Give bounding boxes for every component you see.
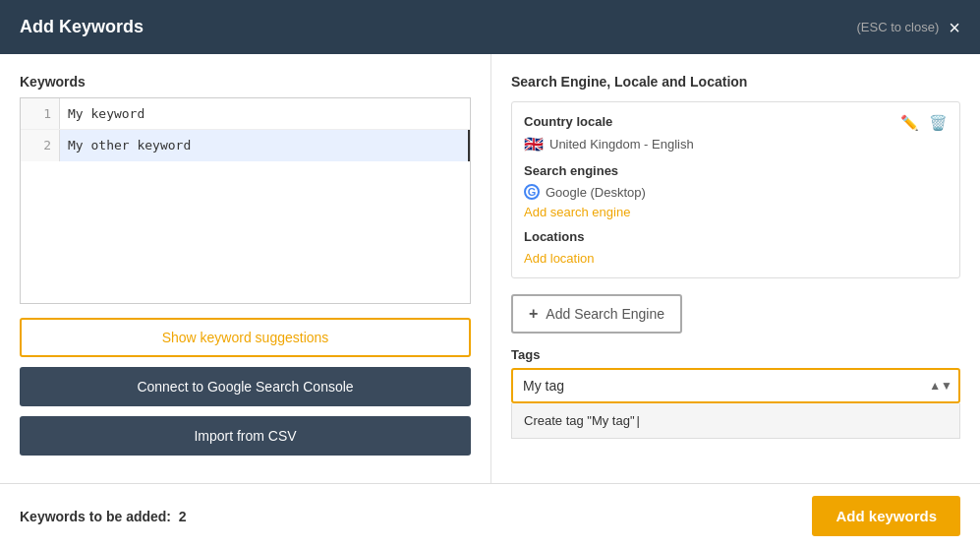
modal-header: Add Keywords (ESC to close) × bbox=[0, 0, 980, 54]
country-locale-title: Country locale bbox=[524, 114, 948, 129]
engine-row: G Google (Desktop) bbox=[524, 184, 948, 200]
keyword-value: My other keyword bbox=[60, 130, 470, 160]
keywords-count: 2 bbox=[179, 509, 187, 524]
plus-icon: + bbox=[529, 305, 538, 323]
search-engine-box: ✏️ 🗑️ Country locale 🇬🇧 United Kingdom -… bbox=[511, 101, 960, 278]
keywords-textarea[interactable]: 1 My keyword 2 My other keyword bbox=[20, 97, 471, 304]
delete-button[interactable]: 🗑️ bbox=[927, 112, 950, 134]
left-panel: Keywords 1 My keyword 2 My other keyword… bbox=[0, 54, 491, 483]
create-tag-text: Create tag "My tag" bbox=[524, 413, 635, 428]
add-search-engine-button[interactable]: + Add Search Engine bbox=[511, 294, 682, 334]
search-engines-title: Search engines bbox=[524, 163, 948, 178]
keyword-row: 1 My keyword bbox=[21, 98, 470, 130]
google-icon: G bbox=[524, 184, 540, 200]
tags-section: Tags ▲▼ Create tag "My tag" | bbox=[511, 347, 960, 439]
connect-google-button[interactable]: Connect to Google Search Console bbox=[20, 367, 471, 406]
keyword-value: My keyword bbox=[60, 98, 470, 129]
esc-hint: (ESC to close) bbox=[857, 20, 940, 34]
modal-header-right: (ESC to close) × bbox=[857, 18, 961, 37]
modal-footer: Keywords to be added: 2 Add keywords bbox=[0, 483, 980, 548]
modal-body: Keywords 1 My keyword 2 My other keyword… bbox=[0, 54, 980, 483]
edit-button[interactable]: ✏️ bbox=[898, 112, 921, 134]
engine-name: Google (Desktop) bbox=[546, 185, 646, 200]
modal-title: Add Keywords bbox=[20, 17, 144, 37]
cursor-indicator: | bbox=[637, 413, 640, 428]
tags-input-wrapper: ▲▼ bbox=[511, 368, 960, 403]
locations-section: Locations Add location bbox=[524, 229, 948, 266]
line-number: 2 bbox=[21, 130, 60, 160]
keywords-to-add: Keywords to be added: 2 bbox=[20, 509, 187, 524]
search-engines-section: Search engines G Google (Desktop) Add se… bbox=[524, 163, 948, 219]
import-csv-button[interactable]: Import from CSV bbox=[20, 416, 471, 456]
tags-input[interactable] bbox=[511, 368, 960, 403]
right-panel: Search Engine, Locale and Location ✏️ 🗑️… bbox=[491, 54, 980, 483]
keyword-row: 2 My other keyword bbox=[21, 130, 470, 160]
locations-title: Locations bbox=[524, 229, 948, 244]
create-tag-option[interactable]: Create tag "My tag" | bbox=[511, 403, 960, 439]
show-suggestions-button[interactable]: Show keyword suggestions bbox=[20, 318, 471, 357]
add-keywords-modal: Add Keywords (ESC to close) × Keywords 1… bbox=[0, 0, 980, 548]
close-button[interactable]: × bbox=[949, 18, 960, 37]
locale-flag: 🇬🇧 bbox=[524, 135, 544, 153]
add-keywords-button[interactable]: Add keywords bbox=[812, 496, 960, 536]
box-actions: ✏️ 🗑️ bbox=[898, 112, 950, 134]
add-search-engine-btn-label: Add Search Engine bbox=[546, 306, 664, 322]
line-number: 1 bbox=[21, 98, 60, 129]
keywords-to-add-label: Keywords to be added: bbox=[20, 509, 171, 524]
keywords-label: Keywords bbox=[20, 74, 471, 90]
search-engine-section-label: Search Engine, Locale and Location bbox=[511, 74, 960, 90]
add-location-link[interactable]: Add location bbox=[524, 251, 595, 266]
tags-label: Tags bbox=[511, 347, 960, 362]
locale-row: 🇬🇧 United Kingdom - English bbox=[524, 135, 948, 153]
add-search-engine-link[interactable]: Add search engine bbox=[524, 205, 630, 219]
locale-name: United Kingdom - English bbox=[549, 137, 694, 152]
